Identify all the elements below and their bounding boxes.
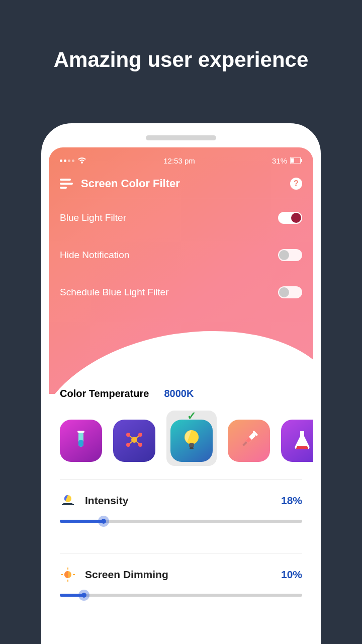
dimming-icon [60,567,76,583]
dimming-value: 10% [281,569,302,581]
hero-panel: 12:53 pm 31% Screen Color Filter ? Blue … [49,147,313,394]
toggle-blue-light-filter[interactable] [278,212,302,224]
svg-rect-16 [189,443,194,447]
signal-icon [60,159,74,162]
flask-icon [293,429,311,452]
svg-rect-5 [77,431,84,433]
svg-point-11 [126,433,130,437]
svg-rect-1 [291,158,294,163]
preset-molecule[interactable] [113,411,155,466]
svg-point-12 [138,433,142,437]
intensity-icon [60,493,76,509]
test-tube-icon [72,430,89,452]
svg-point-14 [138,443,142,447]
phone-speaker [146,135,216,140]
svg-rect-24 [62,504,63,505]
setting-label: Schedule Blue Light Filter [60,287,169,298]
svg-rect-4 [78,440,83,447]
preset-syringe[interactable] [228,411,270,466]
app-screen: 12:53 pm 31% Screen Color Filter ? Blue … [49,147,313,644]
clock-text: 12:53 pm [163,156,195,165]
intensity-value: 18% [281,495,302,507]
setting-blue-light-filter: Blue Light Filter [60,199,302,236]
svg-rect-17 [190,447,194,449]
svg-rect-2 [301,159,302,162]
preset-strip[interactable]: ✓ [60,411,313,466]
svg-rect-20 [242,441,247,446]
setting-schedule-filter: Schedule Blue Light Filter [60,274,302,311]
wifi-icon [77,157,86,164]
app-title: Screen Color Filter [81,177,282,190]
toggle-schedule-filter[interactable] [278,286,302,298]
app-bar: Screen Color Filter ? [60,168,302,199]
intensity-slider[interactable] [60,520,302,523]
svg-rect-25 [72,504,74,505]
svg-point-10 [131,437,137,443]
menu-icon[interactable] [60,177,73,191]
dimming-slider[interactable] [60,594,302,597]
preset-lightbulb[interactable]: ✓ [166,411,217,466]
battery-icon [290,157,302,164]
syringe-icon [238,429,260,453]
intensity-block: Intensity 18% [60,479,302,540]
color-temperature-label: Color Temperature [60,388,149,399]
toggle-hide-notification[interactable] [278,249,302,261]
marketing-headline: Amazing user experience [0,0,362,72]
status-bar: 12:53 pm 31% [60,153,302,168]
svg-rect-23 [63,503,72,505]
intensity-label: Intensity [85,495,128,507]
svg-point-13 [126,443,130,447]
phone-frame: 12:53 pm 31% Screen Color Filter ? Blue … [41,123,321,644]
dimming-block: Screen Dimming 10% [60,553,302,614]
battery-text: 31% [272,156,287,165]
molecule-icon [124,430,144,452]
setting-label: Hide Notification [60,250,129,261]
setting-hide-notification: Hide Notification [60,236,302,274]
preset-test-tube[interactable] [60,411,102,466]
color-temperature-row: Color Temperature 8000K [60,388,302,399]
setting-label: Blue Light Filter [60,212,126,223]
color-temperature-value: 8000K [164,388,194,399]
dimming-label: Screen Dimming [85,569,168,581]
help-icon[interactable]: ? [290,178,302,190]
lightbulb-icon [182,428,201,453]
preset-flask[interactable] [281,411,313,466]
